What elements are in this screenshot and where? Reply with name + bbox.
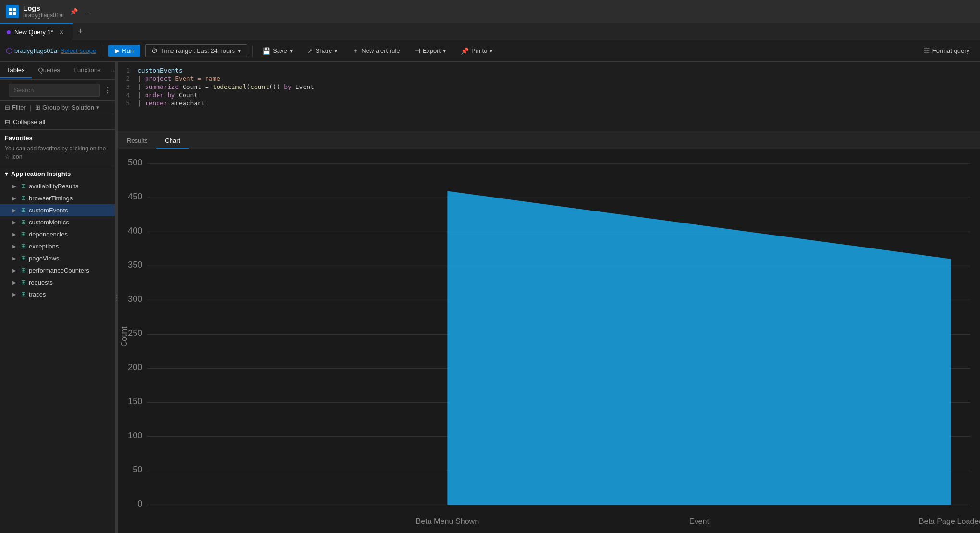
expand-icon: ▶ (12, 280, 18, 285)
tab-close-button[interactable]: ✕ (57, 28, 66, 37)
filter-label: Filter (12, 104, 26, 111)
x-label-beta-page: Beta Page Loaded (919, 517, 980, 525)
pin-to-button[interactable]: 📌 Pin to ▾ (456, 45, 498, 57)
table-icon: ⊞ (21, 243, 26, 249)
tree-item-customMetrics[interactable]: ▶ ⊞ customMetrics (0, 216, 115, 228)
tree-item-pageViews[interactable]: ▶ ⊞ pageViews (0, 252, 115, 264)
alert-icon: ＋ (352, 47, 359, 55)
share-icon: ↗ (307, 47, 313, 55)
app-icon (6, 5, 19, 18)
nav-more-button[interactable]: ··· (107, 65, 115, 76)
table-name: customMetrics (29, 219, 69, 226)
svg-text:0: 0 (137, 499, 142, 509)
group-by-button[interactable]: ⊞ Group by: Solution ▾ (35, 104, 99, 111)
filter-button[interactable]: ⊟ Filter (5, 104, 26, 111)
time-range-chevron: ▾ (238, 47, 241, 54)
table-name: traces (29, 291, 46, 298)
favorites-section: Favorites You can add favorites by click… (0, 130, 115, 166)
pin-label: Pin to (471, 47, 487, 54)
chart-container: 500 450 400 350 300 250 (118, 149, 980, 533)
search-more-button[interactable]: ⋮ (104, 86, 111, 95)
tab-queries[interactable]: Queries (32, 62, 67, 78)
time-range-button[interactable]: ⏱ Time range : Last 24 hours ▾ (145, 44, 247, 57)
code-editor[interactable]: 1 customEvents 2 | project Event = name … (118, 62, 980, 131)
expand-icon: ▶ (12, 244, 18, 249)
share-chevron: ▾ (334, 47, 338, 54)
code-content-2: | project Event = name (137, 75, 220, 82)
table-icon: ⊞ (21, 267, 26, 273)
new-alert-button[interactable]: ＋ New alert rule (347, 44, 404, 58)
tree-item-dependencies[interactable]: ▶ ⊞ dependencies (0, 228, 115, 240)
select-scope-button[interactable]: Select scope (61, 47, 96, 54)
expand-icon: ▶ (12, 256, 18, 261)
alert-label: New alert rule (361, 47, 400, 54)
tree-group-header[interactable]: ▾ Application Insights (0, 166, 115, 180)
table-name: exceptions (29, 243, 59, 250)
share-button[interactable]: ↗ Share ▾ (303, 45, 343, 57)
tree-item-availabilityResults[interactable]: ▶ ⊞ availabilityResults (0, 180, 115, 192)
table-icon: ⊞ (21, 183, 26, 189)
main-content: Tables Queries Functions ··· ‹ ⋮ ⊟ Filte… (0, 62, 980, 533)
tree-item-traces[interactable]: ▶ ⊞ traces (0, 288, 115, 300)
tree-section: ▾ Application Insights ▶ ⊞ availabilityR… (0, 166, 115, 533)
tab-label: New Query 1* (14, 28, 53, 36)
pin-icon: 📌 (461, 47, 469, 55)
svg-text:150: 150 (128, 397, 142, 407)
code-line-3: 3 | summarize Count = todecimal(count())… (118, 83, 980, 91)
group-label: Group by: Solution (42, 104, 94, 111)
svg-text:100: 100 (128, 431, 142, 441)
results-tab[interactable]: Results (118, 133, 156, 149)
code-line-2: 2 | project Event = name (118, 74, 980, 83)
run-button[interactable]: ▶ Run (108, 45, 140, 57)
export-icon: ⊣ (415, 47, 420, 55)
time-range-icon: ⏱ (151, 47, 158, 54)
code-line-5: 5 | render areachart (118, 99, 980, 107)
favorites-hint: You can add favorites by clicking on the… (5, 145, 110, 161)
expand-icon: ▶ (12, 184, 18, 189)
tree-expand-icon: ▾ (5, 170, 8, 177)
pin-icon-button[interactable]: 📌 (68, 6, 80, 17)
table-icon: ⊞ (21, 219, 26, 225)
tree-group-label: Application Insights (11, 170, 71, 177)
tab-tables[interactable]: Tables (0, 62, 32, 78)
tree-item-exceptions[interactable]: ▶ ⊞ exceptions (0, 240, 115, 252)
tab-functions[interactable]: Functions (67, 62, 107, 78)
svg-text:350: 350 (128, 260, 142, 270)
new-tab-button[interactable]: + (73, 26, 88, 37)
more-options-button[interactable]: ··· (84, 6, 93, 17)
svg-text:250: 250 (128, 329, 142, 338)
x-label-event: Event (689, 517, 710, 525)
query-tab[interactable]: New Query 1* ✕ (0, 23, 73, 40)
save-icon: 💾 (262, 47, 270, 55)
y-axis-label: Count (120, 326, 128, 347)
export-chevron: ▾ (443, 47, 446, 54)
svg-rect-1 (13, 8, 16, 11)
tree-item-performanceCounters[interactable]: ▶ ⊞ performanceCounters (0, 264, 115, 276)
collapse-all-button[interactable]: ⊟ Collapse all (0, 114, 115, 130)
svg-rect-2 (9, 12, 12, 14)
save-label: Save (273, 47, 287, 54)
svg-text:400: 400 (128, 226, 142, 236)
scope-section: ⬡ bradygflags01ai Select scope (6, 46, 96, 55)
line-num-1: 1 (118, 67, 137, 74)
top-bar: Logs bradygflags01ai 📌 ··· (0, 0, 980, 23)
table-name: browserTimings (29, 195, 73, 202)
search-input[interactable] (9, 84, 100, 97)
save-button[interactable]: 💾 Save ▾ (257, 45, 298, 57)
tree-item-browserTimings[interactable]: ▶ ⊞ browserTimings (0, 192, 115, 204)
format-label: Format query (932, 47, 969, 54)
tree-item-requests[interactable]: ▶ ⊞ requests (0, 276, 115, 288)
app-title: Logs (23, 4, 64, 12)
expand-icon: ▶ (12, 196, 18, 201)
export-button[interactable]: ⊣ Export ▾ (410, 45, 452, 57)
svg-text:50: 50 (133, 465, 142, 475)
tab-dot (7, 30, 11, 34)
svg-rect-3 (13, 12, 16, 14)
area-chart: 500 450 400 350 300 250 (118, 149, 980, 533)
chart-tab[interactable]: Chart (156, 133, 189, 149)
run-label: Run (122, 47, 134, 54)
tree-item-customEvents[interactable]: ▶ ⊞ customEvents (0, 204, 115, 216)
sidebar: Tables Queries Functions ··· ‹ ⋮ ⊟ Filte… (0, 62, 115, 533)
table-name: performanceCounters (29, 267, 89, 274)
format-query-button[interactable]: ☰ Format query (919, 45, 974, 57)
